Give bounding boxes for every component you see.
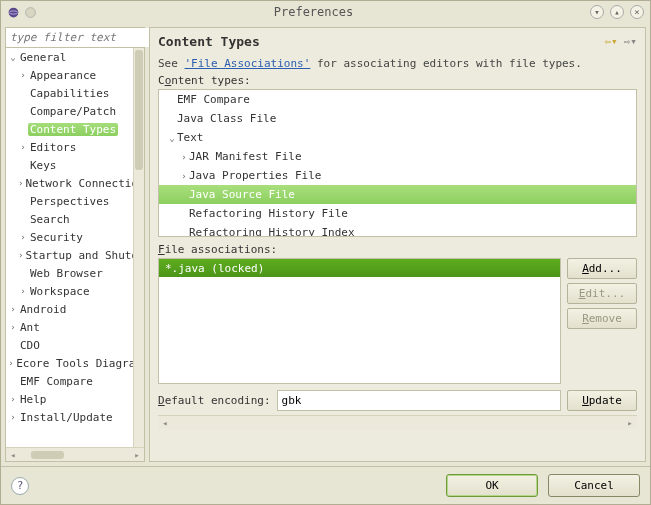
scroll-right-icon[interactable]: ▸ xyxy=(623,418,637,428)
page-title: Content Types xyxy=(158,34,605,49)
chevron-right-icon[interactable]: › xyxy=(8,412,18,422)
content-types-tree[interactable]: EMF CompareJava Class File⌄Text›JAR Mani… xyxy=(158,89,637,237)
secondary-app-icon xyxy=(24,6,37,19)
file-assoc-buttons: Add... Edit... Remove xyxy=(567,258,637,384)
tree-item-label: Android xyxy=(18,303,68,316)
tree-item[interactable]: ›Startup and Shutdown xyxy=(6,246,144,264)
file-associations-list[interactable]: *.java (locked) xyxy=(158,258,561,384)
close-button[interactable]: × xyxy=(630,5,644,19)
tree-item-label: Keys xyxy=(28,159,59,172)
content-area: ✎ ⌄General›AppearanceCapabilitiesCompare… xyxy=(1,23,650,466)
tree-item[interactable]: ›Ant xyxy=(6,318,144,336)
tree-item[interactable]: Keys xyxy=(6,156,144,174)
titlebar: Preferences ▾ ▴ × xyxy=(1,1,650,23)
tree-item-label: Startup and Shutdown xyxy=(23,249,144,262)
file-associations-link[interactable]: 'File Associations' xyxy=(185,57,311,70)
tree-item[interactable]: Search xyxy=(6,210,144,228)
chevron-right-icon[interactable]: › xyxy=(8,304,18,314)
filter-wrap: ✎ xyxy=(6,28,144,48)
page-scrollbar-horizontal[interactable]: ◂ ▸ xyxy=(158,415,637,429)
tree-item-label: Editors xyxy=(28,141,78,154)
tree-item-label: Install/Update xyxy=(18,411,115,424)
tree-item-label: CDO xyxy=(18,339,42,352)
tree-item[interactable]: ›Ecore Tools Diagram xyxy=(6,354,144,372)
tree-item[interactable]: Capabilities xyxy=(6,84,144,102)
content-type-label: Text xyxy=(177,131,204,144)
tree-item[interactable]: ›Security xyxy=(6,228,144,246)
chevron-down-icon[interactable]: ⌄ xyxy=(167,133,177,143)
help-button[interactable]: ? xyxy=(11,477,29,495)
window-title: Preferences xyxy=(37,5,590,19)
filter-input[interactable] xyxy=(6,28,161,47)
scroll-left-icon[interactable]: ◂ xyxy=(6,450,20,460)
content-type-item[interactable]: ›Java Properties File xyxy=(159,166,636,185)
nav-pane: ✎ ⌄General›AppearanceCapabilitiesCompare… xyxy=(5,27,145,462)
tree-item-label: Ecore Tools Diagram xyxy=(14,357,144,370)
tree-item[interactable]: ›Install/Update xyxy=(6,408,144,426)
chevron-right-icon[interactable]: › xyxy=(8,394,18,404)
tree-item-label: Web Browser xyxy=(28,267,105,280)
window-controls: ▾ ▴ × xyxy=(590,5,644,19)
chevron-right-icon[interactable]: › xyxy=(18,142,28,152)
desc-prefix: See xyxy=(158,57,185,70)
nav-scrollbar-vertical[interactable] xyxy=(133,48,144,447)
chevron-down-icon[interactable]: ⌄ xyxy=(8,52,18,62)
tree-item[interactable]: ›Network Connections xyxy=(6,174,144,192)
content-type-item[interactable]: Java Class File xyxy=(159,109,636,128)
page-description: See 'File Associations' for associating … xyxy=(158,57,637,70)
default-encoding-input[interactable] xyxy=(277,390,561,411)
tree-item-label: Network Connections xyxy=(23,177,144,190)
chevron-right-icon[interactable]: › xyxy=(179,152,189,162)
tree-item[interactable]: Perspectives xyxy=(6,192,144,210)
scroll-left-icon[interactable]: ◂ xyxy=(158,418,172,428)
tree-item[interactable]: ›Help xyxy=(6,390,144,408)
tree-item[interactable]: Compare/Patch xyxy=(6,102,144,120)
tree-item[interactable]: Content Types xyxy=(6,120,144,138)
tree-item[interactable]: CDO xyxy=(6,336,144,354)
file-association-item[interactable]: *.java (locked) xyxy=(159,259,560,277)
chevron-right-icon[interactable]: › xyxy=(18,286,28,296)
tree-item[interactable]: ›Editors xyxy=(6,138,144,156)
preferences-window: Preferences ▾ ▴ × ✎ ⌄General›AppearanceC… xyxy=(0,0,651,505)
eclipse-icon xyxy=(7,6,20,19)
tree-item[interactable]: ›Android xyxy=(6,300,144,318)
content-type-item[interactable]: ⌄Text xyxy=(159,128,636,147)
page-nav-toolbar: ⇦▾ ⇨▾ xyxy=(605,35,638,48)
maximize-button[interactable]: ▴ xyxy=(610,5,624,19)
content-type-item[interactable]: ›JAR Manifest File xyxy=(159,147,636,166)
update-button[interactable]: Update xyxy=(567,390,637,411)
cancel-button[interactable]: Cancel xyxy=(548,474,640,497)
edit-button: Edit... xyxy=(567,283,637,304)
back-icon[interactable]: ⇦▾ xyxy=(605,35,618,48)
content-type-item[interactable]: EMF Compare xyxy=(159,90,636,109)
chevron-right-icon[interactable]: › xyxy=(179,171,189,181)
ok-button[interactable]: OK xyxy=(446,474,538,497)
content-type-label: Java Class File xyxy=(177,112,276,125)
chevron-right-icon[interactable]: › xyxy=(8,322,18,332)
minimize-button[interactable]: ▾ xyxy=(590,5,604,19)
nav-scrollbar-horizontal[interactable]: ◂ ▸ xyxy=(6,447,144,461)
desc-suffix: for associating editors with file types. xyxy=(310,57,582,70)
forward-icon[interactable]: ⇨▾ xyxy=(624,35,637,48)
tree-item[interactable]: ⌄General xyxy=(6,48,144,66)
tree-item[interactable]: Web Browser xyxy=(6,264,144,282)
tree-item-label: General xyxy=(18,51,68,64)
content-type-item[interactable]: Java Source File xyxy=(159,185,636,204)
tree-item[interactable]: EMF Compare xyxy=(6,372,144,390)
chevron-right-icon[interactable]: › xyxy=(18,70,28,80)
tree-item[interactable]: ›Appearance xyxy=(6,66,144,84)
content-type-item[interactable]: Refactoring History File xyxy=(159,204,636,223)
nav-tree[interactable]: ⌄General›AppearanceCapabilitiesCompare/P… xyxy=(6,48,144,447)
content-type-item[interactable]: Refactoring History Index xyxy=(159,223,636,237)
file-associations-label: File associations: xyxy=(158,243,637,256)
remove-button: Remove xyxy=(567,308,637,329)
chevron-right-icon[interactable]: › xyxy=(18,232,28,242)
app-icons xyxy=(7,6,37,19)
scroll-right-icon[interactable]: ▸ xyxy=(130,450,144,460)
content-type-label: Refactoring History File xyxy=(189,207,348,220)
tree-item-label: EMF Compare xyxy=(18,375,95,388)
content-type-label: EMF Compare xyxy=(177,93,250,106)
add-button[interactable]: Add... xyxy=(567,258,637,279)
tree-item[interactable]: ›Workspace xyxy=(6,282,144,300)
content-type-label: Refactoring History Index xyxy=(189,226,355,237)
